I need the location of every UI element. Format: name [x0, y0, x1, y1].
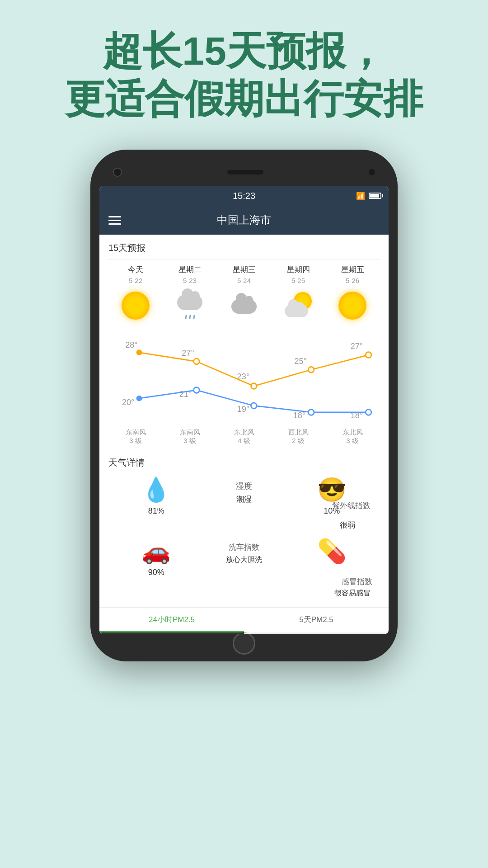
- bottom-indicator: [99, 632, 389, 634]
- home-button[interactable]: [233, 632, 255, 655]
- weather-content: 15天预报 今天 5-22: [99, 235, 389, 634]
- day-date-3: 5-24: [237, 277, 251, 284]
- tab-24h-pm25[interactable]: 24小时PM2.5: [99, 608, 244, 632]
- humidity-icon: 💧: [141, 476, 171, 504]
- svg-text:28°: 28°: [125, 340, 137, 349]
- svg-point-7: [251, 383, 257, 389]
- svg-text:27°: 27°: [182, 349, 194, 358]
- svg-point-15: [136, 396, 142, 401]
- svg-text:19°: 19°: [237, 405, 249, 414]
- carwash-desc: 放心大胆洗: [226, 555, 262, 565]
- svg-text:20°: 20°: [122, 398, 134, 407]
- weather-icon-1: [120, 290, 151, 321]
- phone-body: 15:23 📶 中国上海市: [90, 150, 398, 661]
- weather-icon-2: [174, 290, 206, 321]
- partly-cloudy-icon: [284, 291, 313, 320]
- day-name-1: 今天: [128, 264, 143, 275]
- details-title: 天气详情: [108, 457, 380, 469]
- wind-grid: 东南风 3 级 东南风 3 级 东北风 4 级 西北风 2 级: [99, 425, 389, 451]
- wind-dir-3: 东北风: [217, 428, 271, 437]
- app-bar: 中国上海市: [99, 206, 389, 235]
- weather-icon-4: [282, 290, 314, 321]
- app-title: 中国上海市: [217, 213, 271, 227]
- svg-point-6: [194, 359, 200, 364]
- forecast-day-2: 星期二 5-23: [163, 264, 217, 325]
- day-date-1: 5-22: [129, 277, 142, 284]
- phone-screen: 15:23 📶 中国上海市: [99, 186, 389, 634]
- wind-lvl-1: 3 级: [108, 437, 163, 445]
- wind-lvl-4: 2 级: [271, 437, 325, 445]
- illness-icon: 💊: [317, 538, 347, 565]
- status-icons: 📶: [356, 192, 381, 200]
- wind-dir-1: 东南风: [108, 428, 163, 437]
- tab-5day-pm25[interactable]: 5天PM2.5: [244, 608, 389, 632]
- day-name-4: 星期四: [287, 264, 310, 275]
- bottom-tabs: 24小时PM2.5 5天PM2.5: [99, 608, 389, 632]
- forecast-section: 15天预报 今天 5-22: [99, 235, 389, 425]
- illness-label: 感冒指数: [342, 576, 372, 587]
- uv-desc: 很弱: [340, 520, 355, 530]
- svg-text:25°: 25°: [294, 357, 306, 366]
- svg-point-19: [366, 410, 371, 415]
- svg-point-17: [251, 403, 257, 409]
- sun-icon-1: [122, 292, 150, 320]
- svg-point-16: [194, 387, 200, 393]
- day-name-5: 星期五: [341, 264, 364, 275]
- carwash-percent: 90%: [148, 568, 164, 577]
- wifi-icon: 📶: [356, 192, 365, 200]
- page-header: 超长15天预报， 更适合假期出行安排: [0, 0, 488, 141]
- uv-label: 紫外线指数: [332, 500, 371, 511]
- wind-item-1: 东南风 3 级: [108, 428, 163, 445]
- sensor: [369, 169, 375, 175]
- svg-point-9: [366, 352, 371, 358]
- wind-item-4: 西北风 2 级: [271, 428, 325, 445]
- carwash-label: 洗车指数: [229, 542, 259, 552]
- humidity-value: 81%: [148, 506, 164, 516]
- forecast-grid: 今天 5-22 星期二 5-23: [108, 264, 380, 325]
- svg-text:27°: 27°: [351, 342, 363, 351]
- svg-point-18: [308, 410, 314, 415]
- speaker: [227, 170, 263, 175]
- svg-point-8: [308, 367, 314, 373]
- wind-lvl-2: 3 级: [163, 437, 217, 445]
- forecast-day-3: 星期三 5-24: [217, 264, 271, 325]
- weather-icon-5: [337, 290, 368, 321]
- day-name-2: 星期二: [178, 264, 202, 275]
- wind-dir-5: 东北风: [325, 428, 380, 437]
- weather-icon-3: [228, 290, 260, 321]
- cloud-icon: [230, 291, 258, 320]
- menu-icon[interactable]: [108, 216, 121, 225]
- sun-icon-5: [338, 292, 366, 320]
- phone-top-bar: [99, 159, 389, 186]
- carwash-icon: 🚗: [141, 538, 171, 565]
- forecast-day-1: 今天 5-22: [108, 264, 163, 325]
- phone-bottom: [99, 634, 389, 652]
- wind-item-5: 东北风 3 级: [325, 428, 380, 445]
- temp-chart-svg: 28° 27° 23° 25° 27°: [113, 330, 375, 425]
- status-time: 15:23: [233, 191, 255, 201]
- illness-desc: 很容易感冒: [334, 589, 371, 598]
- day-name-3: 星期三: [233, 264, 256, 275]
- status-bar: 15:23 📶: [99, 186, 389, 206]
- details-section: 天气详情 💧 81% 湿度 潮湿: [99, 451, 389, 608]
- forecast-day-4: 星期四 5-25: [271, 264, 325, 325]
- temp-chart: 28° 27° 23° 25° 27°: [108, 325, 380, 425]
- phone-mockup: 15:23 📶 中国上海市: [0, 150, 488, 661]
- svg-text:18°: 18°: [293, 411, 305, 420]
- humidity-desc: 潮湿: [236, 494, 252, 505]
- wind-dir-4: 西北风: [271, 428, 325, 437]
- humidity-label: 湿度: [236, 481, 252, 491]
- day-date-5: 5-26: [346, 277, 359, 284]
- wind-dir-2: 东南风: [163, 428, 217, 437]
- day-date-2: 5-23: [183, 277, 197, 284]
- front-camera: [113, 168, 122, 177]
- uv-icon: 😎: [317, 476, 347, 504]
- wind-item-3: 东北风 4 级: [217, 428, 271, 445]
- wind-lvl-5: 3 级: [325, 437, 380, 445]
- forecast-day-5: 星期五 5-26: [325, 264, 380, 325]
- battery-icon: [369, 193, 381, 199]
- indicator-active-line: [99, 632, 244, 634]
- day-date-4: 5-25: [291, 277, 305, 284]
- forecast-title: 15天预报: [108, 242, 380, 259]
- cloud-rain-icon: [175, 291, 204, 320]
